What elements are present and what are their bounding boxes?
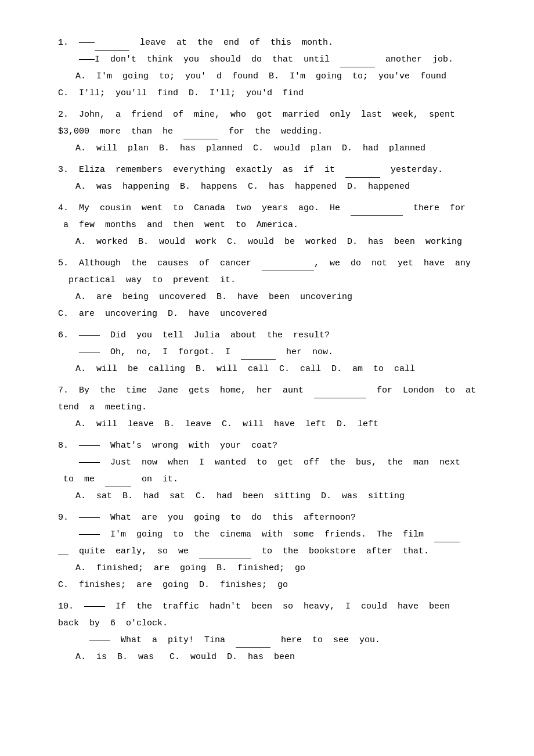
- q3-line1: 3. Eliza remembers everything exactly as…: [58, 162, 488, 178]
- q6-options: A. will be calling B. will call C. call …: [75, 361, 488, 377]
- q8-line2: ———— Just now when I wanted to get off t…: [58, 455, 488, 470]
- q5-options1: A. are being uncovered B. have been unco…: [75, 289, 488, 305]
- q6-line1: 6. ———— Did you tell Julia about the res…: [58, 327, 488, 343]
- q9-line2: ———— I'm going to the cinema with some f…: [58, 527, 488, 542]
- q4-line2: a few months and then went to America.: [58, 217, 488, 233]
- q1-options1: A. I'm going to; you' d found B. I'm goi…: [75, 69, 488, 84]
- question-1: 1. ——— leave at the end of this month. —…: [58, 35, 488, 101]
- q9-options1: A. finished; are going B. finished; go: [75, 560, 488, 576]
- q9-options2: C. finishes; are going D. finishes; go: [58, 577, 488, 593]
- question-6: 6. ———— Did you tell Julia about the res…: [58, 327, 488, 377]
- q5-line2: practical way to prevent it.: [58, 272, 488, 288]
- q4-options: A. worked B. would work C. would be work…: [75, 234, 488, 250]
- question-3: 3. Eliza remembers everything exactly as…: [58, 162, 488, 195]
- q10-line3: ———— What a pity! Tina here to see you.: [58, 632, 488, 648]
- q9-line3: __ quite early, so we to the bookstore a…: [58, 543, 488, 559]
- q1-options2: C. I'll; you'll find D. I'll; you'd find: [58, 85, 488, 101]
- question-8: 8. ———— What's wrong with your coat? ———…: [58, 438, 488, 504]
- q1-line2: ———I don't think you should do that unti…: [58, 52, 488, 67]
- q10-options: A. is B. was C. would D. has been: [75, 649, 488, 665]
- q5-options2: C. are uncovering D. have uncovered: [58, 306, 488, 322]
- q2-line1: 2. John, a friend of mine, who got marri…: [58, 107, 488, 123]
- q5-line1: 5. Although the causes of cancer , we do…: [58, 255, 488, 271]
- q9-line1: 9. ———— What are you going to do this af…: [58, 510, 488, 525]
- question-7: 7. By the time Jane gets home, her aunt …: [58, 383, 488, 432]
- question-2: 2. John, a friend of mine, who got marri…: [58, 107, 488, 156]
- q2-line2: $3,000 more than he for the wedding.: [58, 124, 488, 139]
- q1-line1: 1. ——— leave at the end of this month.: [58, 35, 488, 51]
- q10-line2: back by 6 o'clock.: [58, 615, 488, 631]
- q10-line1: 10. ———— If the traffic hadn't been so h…: [58, 599, 488, 614]
- q7-options: A. will leave B. leave C. will have left…: [75, 416, 488, 432]
- q8-line1: 8. ———— What's wrong with your coat?: [58, 438, 488, 453]
- q8-options: A. sat B. had sat C. had been sitting D.…: [75, 488, 488, 504]
- q3-options: A. was happening B. happens C. has happe…: [75, 179, 488, 195]
- q8-line3: to me on it.: [58, 471, 488, 487]
- q7-line2: tend a meeting.: [58, 399, 488, 415]
- q4-line1: 4. My cousin went to Canada two years ag…: [58, 200, 488, 216]
- question-9: 9. ———— What are you going to do this af…: [58, 510, 488, 593]
- q2-options: A. will plan B. has planned C. would pla…: [75, 141, 488, 156]
- q6-line2: ———— Oh, no, I forgot. I her now.: [58, 344, 488, 360]
- question-4: 4. My cousin went to Canada two years ag…: [58, 200, 488, 250]
- q7-line1: 7. By the time Jane gets home, her aunt …: [58, 383, 488, 398]
- exam-content: 1. ——— leave at the end of this month. —…: [58, 35, 488, 665]
- question-5: 5. Although the causes of cancer , we do…: [58, 255, 488, 322]
- question-10: 10. ———— If the traffic hadn't been so h…: [58, 599, 488, 665]
